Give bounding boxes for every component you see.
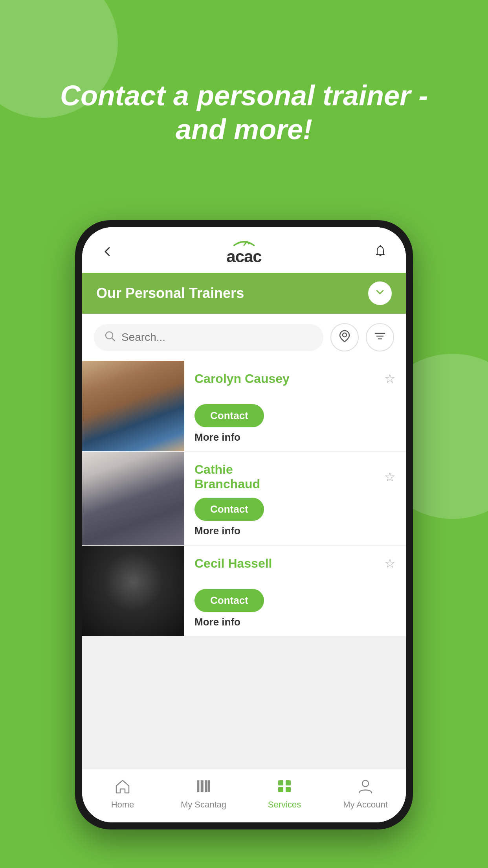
services-grid-icon: [277, 779, 292, 797]
svg-point-2: [343, 333, 347, 337]
svg-point-16: [362, 780, 369, 787]
favorite-star-icon[interactable]: ☆: [384, 371, 396, 386]
section-bar: Our Personal Trainers: [82, 273, 406, 314]
bottom-navigation: Home My Scantag: [82, 769, 406, 822]
trainer-name: Cecil Hassell: [194, 556, 272, 571]
svg-rect-11: [208, 780, 210, 792]
nav-label-account: My Account: [343, 800, 388, 810]
notification-bell-button[interactable]: [371, 242, 390, 261]
svg-rect-6: [197, 780, 199, 792]
nav-item-account[interactable]: My Account: [325, 776, 406, 813]
svg-rect-15: [286, 787, 291, 792]
contact-button[interactable]: Contact: [194, 404, 264, 427]
favorite-star-icon[interactable]: ☆: [384, 469, 396, 484]
phone-outer: acac Our Personal Trainers: [75, 220, 413, 829]
account-person-icon: [358, 779, 373, 797]
section-title: Our Personal Trainers: [96, 285, 244, 302]
trainer-info-cathie: Cathie Branchaud ☆ Contact More info: [184, 452, 406, 545]
svg-rect-8: [201, 780, 203, 792]
svg-rect-10: [205, 780, 207, 792]
nav-item-home[interactable]: Home: [82, 776, 163, 813]
search-icon: [104, 330, 116, 345]
location-icon: [338, 330, 351, 345]
trainer-photo-cathie: [82, 452, 184, 545]
app-header: acac: [82, 227, 406, 273]
search-input-wrapper: [94, 324, 323, 351]
svg-rect-7: [200, 780, 200, 792]
trainer-list: Carolyn Causey ☆ Contact More info Ca: [82, 361, 406, 769]
nav-item-services[interactable]: Services: [244, 776, 325, 813]
trainer-card: Cathie Branchaud ☆ Contact More info: [82, 452, 406, 545]
nav-label-scantag: My Scantag: [181, 800, 226, 810]
phone-screen: acac Our Personal Trainers: [82, 227, 406, 822]
section-dropdown-button[interactable]: [368, 281, 392, 305]
back-button[interactable]: [98, 242, 117, 261]
trainer-name-row: Cathie Branchaud ☆: [194, 462, 396, 491]
trainer-name: Carolyn Causey: [194, 371, 290, 386]
more-info-link[interactable]: More info: [194, 431, 240, 443]
svg-rect-12: [278, 780, 283, 785]
favorite-star-icon[interactable]: ☆: [384, 556, 396, 571]
chevron-down-icon: [374, 286, 386, 301]
trainer-name: Cathie Branchaud: [194, 462, 260, 491]
more-info-link[interactable]: More info: [194, 525, 240, 537]
trainer-photo-carolyn: [82, 361, 184, 451]
svg-rect-14: [278, 787, 283, 792]
home-icon: [115, 779, 130, 797]
trainer-info-cecil: Cecil Hassell ☆ Contact More info: [184, 546, 406, 636]
trainer-card: Carolyn Causey ☆ Contact More info: [82, 361, 406, 451]
app-logo: acac: [226, 238, 261, 265]
search-input[interactable]: [121, 331, 313, 344]
trainer-name-row: Cecil Hassell ☆: [194, 556, 396, 571]
nav-label-services: Services: [268, 800, 301, 810]
svg-point-0: [380, 245, 381, 247]
trainer-card: Cecil Hassell ☆ Contact More info: [82, 546, 406, 636]
nav-item-scantag[interactable]: My Scantag: [163, 776, 244, 813]
location-filter-button[interactable]: [330, 323, 359, 351]
more-info-link[interactable]: More info: [194, 616, 240, 628]
contact-button[interactable]: Contact: [194, 498, 264, 521]
trainer-info-carolyn: Carolyn Causey ☆ Contact More info: [184, 361, 406, 451]
trainer-photo-cecil: [82, 546, 184, 636]
contact-button[interactable]: Contact: [194, 589, 264, 612]
filter-icon: [374, 330, 386, 345]
phone-wrapper: acac Our Personal Trainers: [75, 220, 413, 829]
logo-text: acac: [226, 248, 261, 265]
svg-rect-13: [286, 780, 291, 785]
hero-text: Contact a personal trainer - and more!: [0, 79, 488, 147]
filter-button[interactable]: [366, 323, 394, 351]
nav-label-home: Home: [111, 800, 134, 810]
barcode-icon: [196, 779, 211, 797]
search-area: [82, 314, 406, 361]
svg-rect-9: [204, 780, 204, 792]
trainer-name-row: Carolyn Causey ☆: [194, 371, 396, 386]
